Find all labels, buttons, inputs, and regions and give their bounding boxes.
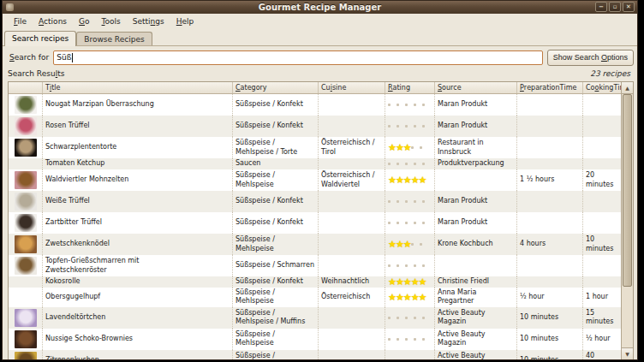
column-header-category[interactable]: Category [233, 82, 319, 93]
column-header-thumbnail[interactable] [9, 82, 43, 93]
cell-cooking-time [583, 212, 621, 234]
close-button[interactable]: ✕ [623, 2, 635, 12]
unrated-dot-icon [405, 338, 408, 341]
table-row[interactable]: Zartbitter Trüffel Süßspeise / Konfekt M… [9, 212, 621, 234]
menu-settings[interactable]: Settings [127, 15, 170, 27]
unrated-dot-icon [414, 104, 416, 106]
column-header-cuisine[interactable]: Cuisine [319, 82, 385, 93]
search-input[interactable]: Süß [53, 50, 543, 65]
cell-category: Süßspeise / Konfekt [233, 212, 319, 234]
unrated-dot-icon [420, 243, 422, 246]
table-row[interactable]: Topfen-Grießschmarren mit Zwetschkenröst… [9, 255, 621, 276]
cell-title: Zwetschkenknödel [43, 234, 233, 255]
cell-preparation-time: ½ hour [517, 288, 583, 307]
unrated-dot-icon [388, 125, 391, 128]
table-row[interactable]: Schwarzplententorte Süßspeise / Mehlspei… [9, 137, 621, 158]
column-header-title[interactable]: Title [43, 82, 233, 93]
vertical-scrollbar[interactable]: ▲ ▼ [621, 82, 633, 359]
menu-file[interactable]: File [8, 15, 33, 27]
cell-title: Lavendeltörtchen [43, 307, 233, 329]
cell-cooking-time [583, 255, 621, 276]
recipe-thumbnail [15, 235, 37, 253]
cell-source [435, 169, 517, 191]
star-icon: ★ [419, 294, 426, 301]
table-row[interactable]: Tomaten Ketchup Saucen Produktverpackung [9, 158, 621, 169]
star-icon: ★ [388, 278, 396, 286]
title-bar[interactable]: Gourmet Recipe Manager − ▫ ✕ [3, 1, 637, 14]
menu-help[interactable]: Help [170, 15, 200, 27]
table-header: Title Category Cuisine Rating Source Pre… [9, 82, 621, 94]
cell-cooking-time [583, 276, 621, 288]
cell-rating [385, 158, 435, 169]
app-window: Gourmet Recipe Manager − ▫ ✕ File Action… [2, 0, 638, 360]
recipe-thumbnail [15, 139, 37, 157]
cell-category: Süßspeise / Mehlspeise [233, 329, 319, 350]
menu-tools[interactable]: Tools [96, 15, 127, 27]
cell-preparation-time [517, 137, 583, 158]
unrated-dot-icon [414, 222, 416, 224]
search-for-label: Search for [8, 53, 49, 62]
unrated-dot-icon [414, 125, 416, 128]
table-row[interactable]: Kokosrolle Süßspeise / Konfekt Weihnacht… [9, 276, 621, 288]
unrated-dot-icon [414, 163, 416, 165]
table-row[interactable]: Zwetschkenknödel Süßspeise / Mehlspeise … [9, 234, 621, 255]
star-icon: ★ [403, 278, 411, 286]
cell-title: Kokosrolle [43, 276, 233, 288]
unrated-dot-icon [388, 338, 391, 341]
star-icon: ★ [419, 278, 426, 286]
maximize-button[interactable]: ▫ [609, 2, 621, 12]
column-header-preparation-time[interactable]: Preparation Time [517, 82, 583, 93]
cell-source [435, 255, 517, 276]
unrated-dot-icon [411, 146, 414, 149]
cell-cooking-time: 1 hour [583, 288, 621, 307]
column-header-cooking-time[interactable]: Cooking Time [583, 82, 621, 93]
unrated-dot-icon [397, 338, 399, 341]
scroll-down-icon[interactable]: ▼ [622, 347, 633, 359]
cell-title: Obersgugelhupf [43, 288, 233, 307]
table-row[interactable]: Nougat Marzipan Überraschung Süßspeise /… [9, 94, 621, 116]
recipe-thumbnail [15, 193, 37, 211]
cell-category: Süßspeise / Konfekt [233, 94, 319, 116]
cell-source: Maran Produkt [435, 191, 517, 212]
star-icon: ★ [403, 144, 411, 151]
cell-cooking-time [583, 94, 621, 116]
unrated-dot-icon [414, 264, 416, 267]
column-header-rating[interactable]: Rating [385, 82, 435, 93]
recipe-thumbnail [15, 309, 37, 327]
scrollbar-trough[interactable] [622, 94, 633, 347]
table-row[interactable]: Weiße Trüffel Süßspeise / Konfekt Maran … [9, 191, 621, 212]
table-row[interactable]: Lavendeltörtchen Süßspeise / Mehlspeise … [9, 307, 621, 329]
table-row[interactable]: Obersgugelhupf Süßspeise / Mehlspeise Ös… [9, 288, 621, 307]
scrollbar-thumb[interactable] [623, 94, 632, 287]
cell-title: Waldviertler Mohnzelten [43, 169, 233, 191]
menu-bar: File Actions Go Tools Settings Help [3, 14, 637, 29]
unrated-dot-icon [422, 104, 425, 106]
tab-browse-recipes[interactable]: Browse Recipes [76, 32, 152, 46]
table-row[interactable]: Nussige Schoko-Brownies Süßspeise / Mehl… [9, 329, 621, 350]
star-icon: ★ [388, 144, 396, 151]
unrated-dot-icon [397, 222, 399, 224]
tab-search-recipes[interactable]: Search recipes [4, 31, 76, 46]
cell-title: Zartbitter Trüffel [43, 212, 233, 234]
cell-cuisine [319, 116, 385, 137]
table-row[interactable]: Waldviertler Mohnzelten Süßspeise / Mehl… [9, 169, 621, 191]
unrated-dot-icon [388, 222, 391, 224]
cell-cooking-time [583, 116, 621, 137]
cell-title: Tomaten Ketchup [43, 158, 233, 169]
table-row[interactable]: Zitronenkuchen Süßspeise / Mehlspeise / … [9, 350, 621, 359]
menu-actions[interactable]: Actions [33, 15, 73, 27]
cell-source: Krone Kochbuch [435, 234, 517, 255]
scroll-up-icon[interactable]: ▲ [622, 82, 633, 94]
cell-rating [385, 116, 435, 137]
show-search-options-button[interactable]: Show Search Options [547, 50, 634, 66]
star-icon: ★ [396, 294, 403, 301]
recipe-thumbnail [15, 96, 37, 114]
minimize-button[interactable]: − [595, 2, 607, 12]
menu-go[interactable]: Go [73, 15, 96, 27]
cell-source: Anna Maria Pregartner [435, 288, 517, 307]
star-icon: ★ [403, 176, 411, 184]
table-row[interactable]: Rosen Trüffel Süßspeise / Konfekt Maran … [9, 116, 621, 137]
unrated-dot-icon [422, 163, 425, 165]
cell-category: Saucen [233, 158, 319, 169]
column-header-source[interactable]: Source [435, 82, 517, 93]
